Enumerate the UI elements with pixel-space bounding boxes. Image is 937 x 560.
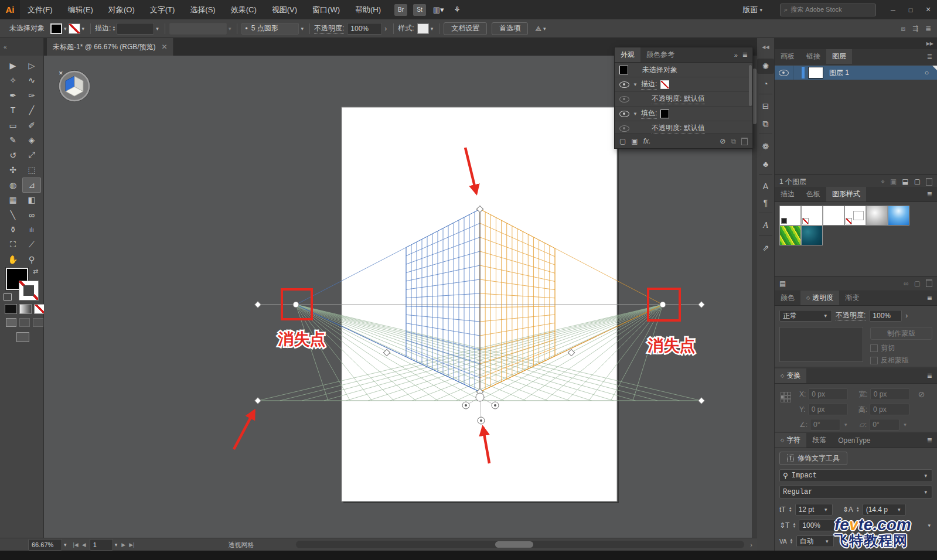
menu-window[interactable]: 窗口(W) [305,0,347,19]
fill-opacity-label[interactable]: 不透明度: 默认值 [652,123,705,134]
artboard-number-field[interactable]: 1 [90,539,113,551]
symbols-panel-icon[interactable]: ♣ [757,156,774,172]
layer-name[interactable]: 图层 1 [829,68,849,78]
invert-mask-checkbox[interactable] [870,357,878,364]
style-no-stroke[interactable] [801,206,823,226]
tab-appearance[interactable]: 外观 [615,47,640,62]
color-guide-panel-icon[interactable]: ◔ [757,76,774,91]
styles-library-icon[interactable]: ▤ [779,279,786,288]
stroke-weight-field[interactable] [117,23,154,35]
color-button[interactable] [5,304,17,314]
horizontal-scrollbar-thumb[interactable] [495,541,533,548]
eyedropper-tool[interactable]: ╲ [4,207,22,223]
free-transform-tool[interactable]: ⬚ [22,163,41,178]
swap-fill-stroke-icon[interactable]: ⇄ [33,268,38,275]
ground-left-handle[interactable] [254,397,261,404]
ground-right-handle[interactable] [698,397,704,404]
workspace-switcher[interactable]: 版面▾ [735,0,772,19]
gradient-button[interactable] [19,304,32,314]
tab-swatches[interactable]: 色板 [800,187,826,202]
shear-field[interactable]: 0° [869,419,899,431]
kerning-stepper[interactable]: ▲▼ [790,538,793,544]
search-input[interactable]: ⌕ 搜索 Adobe Stock [780,4,876,16]
document-setup-button[interactable]: 文档设置 [444,22,487,35]
menu-file[interactable]: 文件(F) [20,0,60,19]
visibility-eye-icon[interactable] [619,96,629,103]
collapse-icon[interactable]: « [4,44,7,50]
controlbar-menu-icon[interactable]: ≣ [925,25,931,33]
eraser-tool[interactable]: ◈ [22,133,41,148]
x-field[interactable]: 0 px [808,388,848,400]
color-panel-icon[interactable]: ✺ [757,59,774,74]
appearance-row-selection[interactable]: 未选择对象 [615,63,752,77]
appearance-row-fill[interactable]: ▼ 填色: [615,107,752,121]
horizontal-scrollbar[interactable] [296,541,744,548]
arrange-icon[interactable]: ⇶ [912,25,918,33]
close-button[interactable]: ✕ [919,4,937,16]
tab-paragraph[interactable]: 段落 [806,433,832,448]
rotate-field[interactable]: 0° [810,419,840,431]
new-style-icon[interactable]: ▢ [914,279,921,288]
add-fill-icon[interactable]: ▣ [631,137,638,145]
isolate-selected-icon[interactable]: ⟁ [535,25,541,33]
panel-menu-icon[interactable]: ≣ [927,372,932,380]
pen-tool[interactable]: ✒ [4,88,22,103]
next-artboard-icon[interactable]: ▶ [121,542,125,548]
style-green-leaves[interactable] [779,226,801,245]
bridge-button[interactable]: Br [394,4,407,16]
break-link-icon[interactable]: ∞ [904,279,909,288]
tab-transparency[interactable]: ◇透明度 [800,291,839,305]
selection-tool[interactable]: ▶ [4,58,22,73]
vertical-scale-field[interactable]: 100% [799,520,836,531]
style-split[interactable] [844,206,866,226]
magic-wand-tool[interactable]: ✧ [4,73,22,88]
font-family-select[interactable]: ⚲ Impact ▾ [779,469,932,482]
panel-menu-icon[interactable]: ≣ [742,51,748,59]
style-teal-pattern[interactable] [801,226,823,245]
locate-object-icon[interactable]: ⌖ [881,177,885,186]
tools-panel-header[interactable]: « [0,38,43,56]
minimize-button[interactable]: ─ [884,4,902,16]
tab-stroke[interactable]: 描边 [775,187,800,202]
default-fill-stroke-icon[interactable] [4,293,12,301]
panel-menu-icon[interactable]: ≣ [927,190,932,198]
layer-row[interactable]: 图层 1 ○ [775,66,937,80]
pathfinder-panel-icon[interactable]: ⧉ [757,116,774,131]
transparency-more-icon[interactable]: › [905,312,908,320]
kerning-field[interactable]: 自动▾ [796,535,834,547]
tab-transform[interactable]: ◇变换 [775,368,806,383]
last-artboard-icon[interactable]: ▶| [129,542,134,548]
export-panel-icon[interactable]: ⇗ [757,240,774,255]
style-plain[interactable] [823,206,844,226]
zoom-level-field[interactable]: 66.67% [28,539,62,551]
blend-mode-select[interactable]: 正常▾ [779,310,832,322]
horizon-right-handle[interactable] [698,301,704,308]
stroke-weight-stepper[interactable]: ▲▼ [112,26,115,32]
delete-style-icon[interactable] [926,279,932,287]
vertical-scale-stepper[interactable]: ▲▼ [792,523,796,528]
leading-field[interactable]: (14.4 p▾ [863,504,906,515]
stock-button[interactable]: St [413,4,426,16]
fill-swatch[interactable] [50,23,62,34]
menu-select[interactable]: 选择(S) [182,0,223,19]
menu-help[interactable]: 帮助(H) [347,0,389,19]
menu-edit[interactable]: 编辑(E) [60,0,101,19]
draw-normal-button[interactable] [6,318,16,327]
rotate-tool[interactable]: ↺ [4,148,22,163]
align-panel-icon[interactable]: ⊟ [757,98,774,114]
arrange-documents-icon[interactable]: ▥▾ [432,4,445,16]
delete-layer-icon[interactable] [926,178,932,186]
perspective-grid-tool[interactable]: ⊿ [22,177,41,193]
visibility-eye-icon[interactable] [619,81,629,88]
tab-color-guide[interactable]: 颜色参考 [640,47,680,62]
paragraph-styles-panel-icon[interactable]: ¶ [757,195,774,210]
tab-close-icon[interactable]: ✕ [162,43,168,51]
plane-switching-widget[interactable]: ✕ [55,67,94,105]
draw-behind-button[interactable] [19,318,30,327]
gradient-tool[interactable]: ◧ [22,193,41,208]
transparency-opacity-field[interactable]: 100% [869,310,902,322]
grid-options-icon[interactable]: ⧈ [901,25,905,33]
panel-menu-icon[interactable]: ≣ [927,53,932,60]
brushes-panel-icon[interactable]: ❁ [757,139,774,154]
artboard-tool[interactable]: ⛶ [4,237,22,252]
